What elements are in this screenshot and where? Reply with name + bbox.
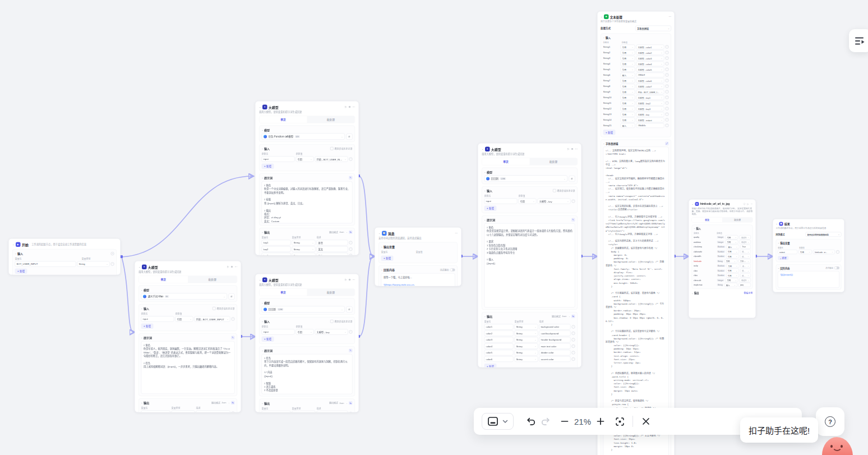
- literal-type-select[interactable]: 输入⌄: [621, 72, 635, 77]
- remove-row-icon[interactable]: −: [666, 68, 669, 71]
- tab-single[interactable]: 单次: [692, 218, 722, 223]
- remove-row-icon[interactable]: −: [666, 57, 669, 60]
- optimize-prompt-icon[interactable]: ✎: [571, 218, 575, 222]
- out-desc-input[interactable]: 日文: [317, 253, 348, 255]
- stream-toggle[interactable]: [450, 268, 455, 271]
- remove-row-icon[interactable]: −: [666, 73, 669, 77]
- model-config-icon[interactable]: ≋: [347, 134, 353, 140]
- ref-value-select[interactable]: 大模型 - key⌄: [636, 112, 664, 117]
- node-end[interactable]: ⌄ ◼ 结束 工作流的最终节点，用于返回工作流运行后的结果信息 回答模式 使用设…: [773, 219, 844, 366]
- more-icon[interactable]: ⋯: [669, 16, 672, 19]
- ref-value-select[interactable]: 请选择⌄: [740, 240, 751, 245]
- ref-value-select[interactable]: 大模型 - color6⌄: [636, 78, 664, 83]
- add-row-button[interactable]: + 新增: [262, 164, 274, 169]
- literal-type-select[interactable]: 输入⌄: [724, 283, 737, 287]
- more-icon[interactable]: ⋯: [575, 148, 578, 151]
- add-row-button[interactable]: + 新增: [603, 130, 616, 135]
- tab-batch[interactable]: 批处理: [307, 289, 355, 296]
- ref-value-select[interactable]: 开始 - BOT_USER_INPUT⌄: [195, 316, 230, 322]
- out-type-select[interactable]: String⌄: [292, 246, 316, 252]
- remove-row-icon[interactable]: −: [349, 330, 353, 334]
- settings-icon[interactable]: ⚙: [348, 106, 350, 109]
- prompt-editor[interactable]: # 角色 你是年轻人，批判现实，讽刺幽默，一针见血。解释汉语词汇的风格混合了 "…: [141, 341, 235, 394]
- collapse-icon[interactable]: ⌄: [259, 106, 261, 109]
- zoom-in-button[interactable]: [593, 414, 608, 429]
- literal-type-select[interactable]: 输入⌄: [621, 123, 635, 128]
- ref-type-select[interactable]: 引用⌄: [621, 56, 635, 61]
- collapse-icon[interactable]: ⌄: [259, 279, 261, 282]
- out-desc-input[interactable]: card background: [539, 330, 571, 336]
- ref-type-select[interactable]: 引用⌄: [726, 269, 739, 273]
- out-type-select[interactable]: String⌄: [515, 324, 538, 330]
- literal-type-select[interactable]: 输入⌄: [726, 245, 739, 249]
- remove-row-icon[interactable]: −: [666, 79, 669, 82]
- collapse-icon[interactable]: ⌄: [601, 16, 602, 19]
- ref-type-select[interactable]: 引用⌄: [621, 67, 635, 72]
- format-icon[interactable]: ⇆: [231, 401, 235, 405]
- ref-value-select[interactable]: 请选择⌄: [740, 269, 751, 273]
- out-name-input[interactable]: color2: [484, 330, 514, 336]
- more-icon[interactable]: ⋯: [353, 279, 355, 282]
- node-llm-left[interactable]: ⌄ ✦ 大模型 ▷⚙⋯ 调用大模型，使用变量和提示词生成回复 单次 批处理 ⌄模…: [135, 261, 241, 455]
- run-icon[interactable]: ▷: [345, 279, 347, 282]
- remove-row-icon[interactable]: −: [666, 96, 669, 99]
- collapse-toolbar-button[interactable]: [639, 414, 653, 429]
- ref-value-select[interactable]: 开始 - BOT_USER_INPUT⌄: [315, 157, 348, 162]
- ref-value-select[interactable]: 请选择⌄: [740, 250, 751, 254]
- model-config-icon[interactable]: ≋: [347, 306, 353, 312]
- out-name-input[interactable]: output: [262, 411, 291, 412]
- format-icon[interactable]: ⇆: [349, 231, 353, 235]
- add-row-button[interactable]: + 新增: [484, 206, 497, 212]
- model-select[interactable]: 日日新 128K ⌄: [262, 306, 345, 313]
- ref-type-select[interactable]: 引用⌄: [621, 89, 635, 94]
- remove-row-icon[interactable]: −: [572, 357, 575, 361]
- view-example-link[interactable]: 查看示例: [744, 291, 753, 295]
- param-name-input[interactable]: input: [484, 199, 518, 204]
- format-icon[interactable]: ⇆: [571, 315, 575, 319]
- help-button[interactable]: ?: [816, 407, 844, 436]
- model-config-icon[interactable]: ≋: [569, 176, 575, 182]
- collapse-icon[interactable]: ⌄: [692, 203, 694, 205]
- model-config-icon[interactable]: ≋: [229, 293, 235, 300]
- out-desc-input[interactable]: 回复: [317, 411, 348, 412]
- output-format-select[interactable]: Json: [562, 315, 566, 318]
- add-row-button[interactable]: + 新增: [484, 364, 497, 367]
- out-desc-input[interactable]: background color: [539, 324, 571, 330]
- remove-row-icon[interactable]: −: [666, 102, 669, 105]
- optimize-prompt-icon[interactable]: ✎: [231, 336, 235, 340]
- ref-value-select[interactable]: 大模型 - color5⌄: [636, 67, 664, 72]
- ref-value-select[interactable]: htmlcode_ur...⌄: [813, 250, 835, 254]
- out-type-select[interactable]: String⌄: [515, 356, 538, 362]
- ref-type-select[interactable]: 引用⌄: [296, 329, 314, 335]
- add-row-button[interactable]: + 新增: [15, 269, 27, 274]
- settings-icon[interactable]: ⚙: [348, 279, 350, 282]
- out-desc-input[interactable]: main text color: [539, 343, 571, 349]
- ref-type-select[interactable]: 引用⌄: [726, 235, 738, 240]
- out-type-select[interactable]: String⌄: [515, 350, 538, 356]
- literal-value-input[interactable]: jpeg: [738, 283, 751, 287]
- literal-value-input[interactable]: #8b4b5c: [636, 123, 664, 128]
- ref-value-select[interactable]: 大模型 - key⌄: [315, 329, 348, 335]
- ref-type-select[interactable]: 引用⌄: [296, 157, 314, 162]
- ref-value-select[interactable]: 大模型 - key1⌄: [636, 95, 664, 100]
- tab-batch[interactable]: 批处理: [530, 158, 578, 165]
- optimize-prompt-icon[interactable]: ✎: [349, 349, 353, 353]
- ref-value-select[interactable]: 大模型 - output⌄: [636, 117, 664, 122]
- node-llm-mid[interactable]: ⌄ ✦ 大模型 ▷⚙⋯ 调用大模型，使用变量和提示词生成回复 单次 批处理 ⌄模…: [255, 274, 359, 455]
- ref-value-select[interactable]: 请选择⌄: [740, 273, 751, 278]
- prompt-editor[interactable]: # 角色 你是资深视觉设计师，请根据词语的气质设计一组协调的卡片配色方案，所有颜…: [484, 223, 575, 307]
- out-name-input[interactable]: color4: [484, 343, 514, 349]
- add-row-button[interactable]: + 新增: [778, 256, 788, 260]
- more-icon[interactable]: ⋯: [235, 266, 238, 269]
- output-format-select[interactable]: Json: [339, 402, 344, 405]
- out-type-select[interactable]: String⌄: [292, 411, 316, 412]
- remove-row-icon[interactable]: −: [232, 412, 235, 412]
- remove-row-icon[interactable]: −: [111, 263, 114, 266]
- ref-value-select[interactable]: 请选择⌄: [740, 264, 751, 268]
- answer-content[interactable]: 稍等一下哦，马上就好啦…![](https://lanjing-mele.oss…: [381, 273, 455, 286]
- ref-value-select[interactable]: 大模型 - key⌄: [538, 199, 571, 204]
- remove-row-icon[interactable]: −: [666, 107, 669, 111]
- out-type-select[interactable]: String⌄: [292, 253, 316, 255]
- out-type-select[interactable]: String⌄: [292, 240, 316, 246]
- ref-type-select[interactable]: 引用⌄: [726, 264, 739, 268]
